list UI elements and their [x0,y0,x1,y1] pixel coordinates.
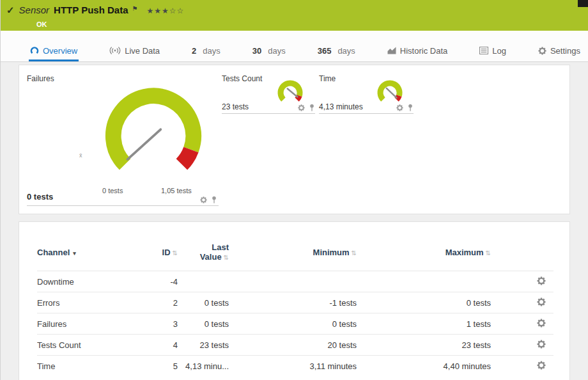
gauge-average-marker: x̄ [79,152,82,159]
tab-overview[interactable]: Overview [29,40,79,61]
historic-chart-icon [387,47,396,54]
channel-table-panel: Channel▾ ID⇅ LastValue⇅ Minimum⇅ Maximum… [19,221,570,380]
tab-day-count: 365 [318,46,332,56]
channel-name[interactable]: Errors [37,292,146,313]
overview-gauge-icon [30,46,39,55]
tab-settings[interactable]: Settings [537,40,582,61]
col-label: Minimum [313,248,350,257]
gauge-pin-icon[interactable] [211,196,217,204]
tab-label: Settings [550,46,580,56]
settings-gear-icon [538,47,546,55]
gauge-title: Time [319,74,336,83]
gauge-widget-failures: Failures x̄ 0 tests 1,05 tests 0 tests [27,70,219,206]
gauge-settings-gear-icon[interactable] [396,104,403,111]
tab-live-data[interactable]: Live Data [108,40,161,61]
channel-minimum: 20 tests [229,335,357,356]
channel-maximum: 0 tests [357,292,491,313]
channel-settings-gear-icon[interactable] [537,340,546,349]
gauge-scale-max: 1,05 tests [161,187,192,194]
col-label: Last [212,242,229,252]
tab-label: Log [492,46,506,56]
channel-minimum: -1 tests [229,292,357,313]
prtg-sensor-page: ✓ Sensor HTTP Push Data ⚑ ★★★☆☆ OK Overv… [0,0,588,380]
tab-day-unit: days [268,46,285,56]
gauge-current-value: 4,13 minutes [319,102,363,111]
channel-name[interactable]: Tests Count [37,335,146,356]
col-label: Value [200,252,222,262]
gauge-current-value: 0 tests [27,192,53,202]
content-area: Failures x̄ 0 tests 1,05 tests 0 tests T… [1,62,588,380]
sort-icon: ⇅ [352,249,357,257]
gauge-pin-icon[interactable] [309,104,315,112]
channel-minimum: 0 tests [229,313,357,335]
priority-flag-icon[interactable]: ⚑ [132,5,138,12]
live-data-broadcast-icon [109,47,121,54]
channel-maximum: 4,40 minutes [357,356,491,377]
gauge-needle [128,129,161,159]
tab-historic-data[interactable]: Historic Data [386,40,449,61]
col-label: ID [162,248,171,257]
channel-maximum: 23 tests [357,335,491,356]
tab-log[interactable]: Log [478,40,507,61]
channel-maximum: 1 tests [357,313,491,335]
gauge-needle [387,88,397,98]
tab-label: Live Data [125,46,160,56]
col-label: Channel [37,248,70,257]
channel-table: Channel▾ ID⇅ LastValue⇅ Minimum⇅ Maximum… [37,239,553,377]
gauge-scale-min: 0 tests [102,187,123,194]
tab-30-days[interactable]: 30days [251,40,287,61]
priority-stars[interactable]: ★★★☆☆ [147,6,185,15]
sort-icon: ⇅ [486,249,491,257]
failures-gauge-dial [93,78,214,194]
col-label: Maximum [445,248,484,257]
sensor-header: ✓ Sensor HTTP Push Data ⚑ ★★★☆☆ OK [1,0,588,31]
channel-settings-gear-icon[interactable] [537,361,546,370]
channel-settings-gear-icon[interactable] [537,319,546,328]
gauge-widget-tests-count: Tests Count 23 tests [222,73,315,114]
channel-id: 4 [146,335,178,356]
table-row: Failures 3 0 tests 0 tests 1 tests [37,313,553,335]
gauges-panel: Failures x̄ 0 tests 1,05 tests 0 tests T… [19,65,570,214]
channel-name[interactable]: Time [37,356,146,377]
table-row: Downtime -4 [37,271,553,292]
object-kind-label: Sensor [19,4,50,15]
gauge-widget-time: Time 4,13 minutes [319,73,414,114]
tab-2-days[interactable]: 2days [190,40,222,61]
status-check-icon: ✓ [6,4,15,16]
gauge-title: Tests Count [222,74,262,83]
channel-minimum [229,271,357,292]
channel-id: 3 [146,313,178,335]
channel-last-value [178,271,229,292]
channel-last-value: 0 tests [178,292,229,313]
stars-filled[interactable]: ★★★ [147,6,169,15]
tab-day-unit: days [203,46,220,56]
channel-settings-gear-icon[interactable] [537,297,546,306]
stars-empty[interactable]: ☆☆ [169,6,185,15]
channel-name[interactable]: Downtime [37,271,146,292]
col-channel[interactable]: Channel▾ [37,239,146,271]
channel-name[interactable]: Failures [37,313,146,335]
gauge-title: Failures [27,74,54,83]
gauge-needle [288,89,298,97]
table-row: Errors 2 0 tests -1 tests 0 tests [37,292,553,313]
log-list-icon [479,47,488,54]
col-minimum[interactable]: Minimum⇅ [229,239,357,271]
status-badge: OK [36,20,47,28]
channel-last-value: 0 tests [178,313,229,335]
col-last-value[interactable]: LastValue⇅ [178,239,229,271]
channel-last-value: 23 tests [178,335,229,356]
sort-desc-icon: ▾ [73,250,76,257]
gauge-settings-gear-icon[interactable] [200,196,207,203]
col-id[interactable]: ID⇅ [146,239,178,271]
channel-settings-gear-icon[interactable] [537,276,546,285]
channel-minimum: 3,11 minutes [229,356,357,377]
col-maximum[interactable]: Maximum⇅ [357,239,491,271]
tab-label: Overview [43,46,77,56]
sort-icon: ⇅ [173,249,178,257]
tab-label: Historic Data [400,46,447,56]
gauge-settings-gear-icon[interactable] [298,104,305,111]
gauge-current-value: 23 tests [222,102,249,111]
tab-day-count: 2 [192,46,196,56]
tab-365-days[interactable]: 365days [316,40,357,61]
gauge-pin-icon[interactable] [407,104,414,112]
